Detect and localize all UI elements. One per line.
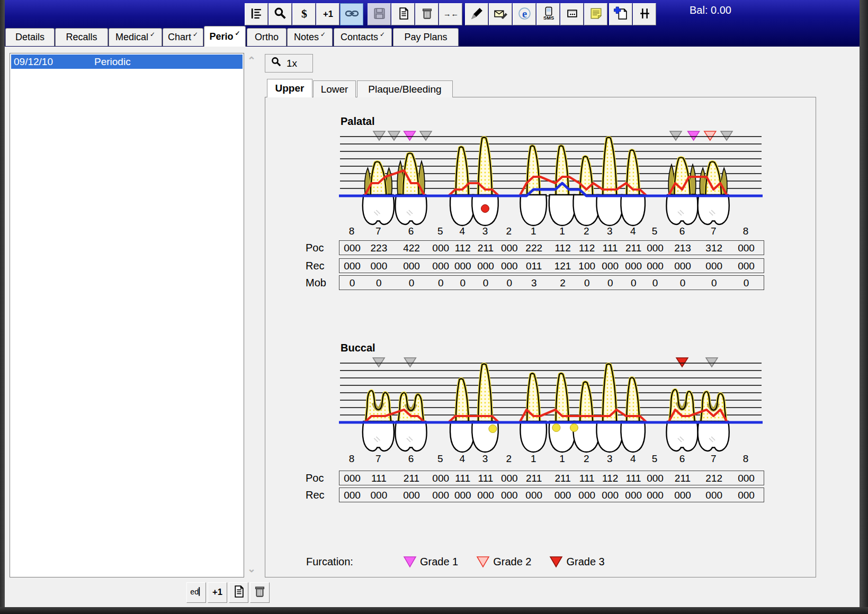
tab-contacts[interactable]: Contacts✓ (334, 28, 392, 46)
mob-value[interactable]: 0 (451, 277, 475, 289)
mob-value[interactable]: 2 (551, 277, 575, 289)
rec-value[interactable]: 000 (497, 260, 522, 272)
note-button[interactable] (584, 3, 607, 25)
dialog-button[interactable] (560, 3, 584, 25)
web-button[interactable]: e (513, 3, 536, 25)
poc-value[interactable]: 000 (497, 242, 522, 254)
poc-value[interactable]: 111 (598, 242, 622, 254)
exam-list[interactable]: 09/12/10Periodic (10, 53, 244, 577)
rec-value[interactable]: 000 (702, 260, 726, 272)
new-document-button[interactable] (609, 3, 632, 25)
poc-value[interactable]: 000 (643, 473, 667, 484)
pen-button[interactable] (465, 3, 488, 25)
poc-value[interactable]: 000 (643, 242, 667, 254)
rec-value[interactable]: 000 (473, 490, 498, 501)
poc-value[interactable]: 112 (551, 242, 575, 254)
exam-list-item[interactable]: 09/12/10Periodic (11, 55, 243, 69)
print-button[interactable] (391, 3, 415, 25)
poc-value[interactable]: 000 (734, 242, 758, 254)
mob-value[interactable]: 0 (598, 277, 622, 289)
tab-details[interactable]: Details (5, 28, 55, 46)
palatal-svg[interactable] (339, 130, 763, 230)
rec-value[interactable]: 000 (366, 260, 391, 272)
sms-button[interactable]: SMS (536, 3, 560, 25)
mail-button[interactable] (489, 3, 512, 25)
rec-value[interactable]: 000 (366, 490, 391, 501)
poc-value[interactable]: 211 (551, 473, 575, 484)
delete-button[interactable] (415, 3, 439, 25)
poc-value[interactable]: 111 (473, 473, 498, 484)
poc-value[interactable]: 211 (399, 473, 424, 484)
poc-value[interactable]: 222 (522, 242, 546, 254)
poc-value[interactable]: 111 (366, 473, 391, 484)
collapse-button[interactable]: →← (439, 3, 462, 25)
rec-value[interactable]: 011 (522, 260, 546, 272)
rec-value[interactable]: 000 (428, 490, 453, 501)
mob-value[interactable]: 0 (473, 277, 498, 289)
mob-value[interactable]: 0 (621, 277, 646, 289)
poc-value[interactable]: 211 (621, 242, 646, 254)
rec-value[interactable]: 000 (522, 490, 546, 501)
subtab-upper[interactable]: Upper (267, 79, 312, 97)
rec-value[interactable]: 100 (575, 260, 599, 272)
poc-value[interactable]: 212 (702, 473, 726, 484)
poc-value[interactable]: 000 (428, 473, 453, 484)
mob-value[interactable]: 0 (702, 277, 726, 289)
edit-exam-button[interactable]: ed (186, 582, 206, 603)
link-button[interactable] (340, 3, 363, 25)
poc-value[interactable]: 111 (575, 473, 599, 484)
rec-value[interactable]: 000 (575, 490, 599, 501)
align-justify-button[interactable] (245, 3, 268, 25)
crosshatch-button[interactable] (633, 3, 656, 25)
poc-value[interactable]: 111 (621, 473, 646, 484)
tab-ortho[interactable]: Ortho (247, 28, 287, 46)
mob-value[interactable]: 0 (497, 277, 522, 289)
mob-value[interactable]: 0 (734, 277, 758, 289)
poc-value[interactable]: 422 (399, 242, 424, 254)
buccal-svg[interactable] (339, 357, 763, 456)
mob-value[interactable]: 0 (670, 277, 695, 289)
chart-zoom-button[interactable]: 1x (265, 54, 313, 73)
rec-value[interactable]: 000 (451, 490, 475, 501)
poc-value[interactable]: 000 (497, 473, 522, 484)
mob-value[interactable]: 0 (366, 277, 391, 289)
save-button[interactable] (368, 3, 391, 25)
tab-notes[interactable]: Notes✓ (287, 28, 333, 46)
rec-value[interactable]: 000 (643, 260, 667, 272)
search-button[interactable] (269, 3, 292, 25)
mob-value[interactable]: 0 (340, 277, 364, 289)
tab-perio[interactable]: Perio✓ (204, 26, 246, 47)
rec-value[interactable]: 000 (621, 260, 646, 272)
rec-value[interactable]: 121 (551, 260, 575, 272)
poc-value[interactable]: 000 (340, 473, 364, 484)
tab-medical[interactable]: Medical✓ (109, 28, 162, 46)
poc-value[interactable]: 000 (428, 242, 453, 254)
subtab-plaque-bleeding[interactable]: Plaque/Bleeding (357, 80, 453, 97)
rec-value[interactable]: 000 (473, 260, 498, 272)
poc-value[interactable]: 211 (522, 473, 546, 484)
rec-value[interactable]: 000 (734, 490, 758, 501)
poc-value[interactable]: 211 (670, 473, 695, 484)
poc-value[interactable]: 111 (451, 473, 475, 484)
subtab-lower[interactable]: Lower (313, 80, 356, 97)
tab-pay-plans[interactable]: Pay Plans (393, 28, 459, 46)
poc-value[interactable]: 223 (366, 242, 391, 254)
rec-value[interactable]: 000 (598, 260, 622, 272)
print-exam-button[interactable] (229, 582, 248, 603)
mob-value[interactable]: 3 (522, 277, 546, 289)
rec-value[interactable]: 000 (340, 260, 364, 272)
poc-value[interactable]: 112 (575, 242, 599, 254)
poc-value[interactable]: 112 (451, 242, 475, 254)
scroll-down-icon[interactable]: ⌄ (247, 563, 256, 575)
mob-value[interactable]: 0 (428, 277, 453, 289)
rec-value[interactable]: 000 (598, 490, 622, 501)
add-exam-button[interactable]: +1 (208, 582, 227, 603)
rec-value[interactable]: 000 (399, 490, 424, 501)
rec-value[interactable]: 000 (340, 490, 364, 501)
rec-value[interactable]: 000 (497, 490, 522, 501)
poc-value[interactable]: 112 (598, 473, 622, 484)
rec-value[interactable]: 000 (399, 260, 424, 272)
scroll-up-icon[interactable]: ⌃ (247, 55, 256, 67)
tab-recalls[interactable]: Recalls (55, 28, 108, 46)
mob-value[interactable]: 0 (399, 277, 424, 289)
